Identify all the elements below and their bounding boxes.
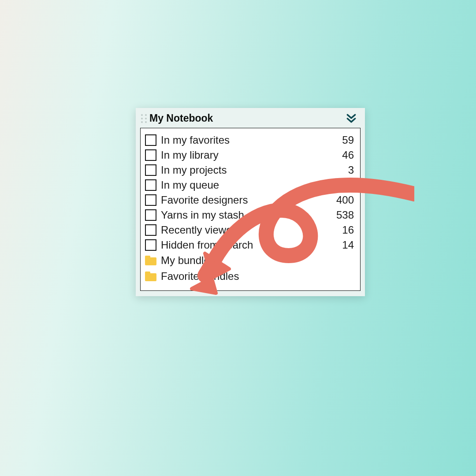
- folder-label: Favorite bundles: [161, 270, 354, 283]
- filter-row-favorites[interactable]: In my favorites 59: [145, 133, 354, 148]
- folder-icon: [145, 271, 156, 281]
- folder-icon: [145, 256, 156, 265]
- filter-label: In my projects: [161, 164, 327, 176]
- filter-count: 46: [327, 149, 354, 161]
- filter-row-hidden-from-search[interactable]: Hidden from search 14: [145, 238, 354, 253]
- filter-label: Favorite designers: [161, 194, 327, 206]
- drag-handle-icon[interactable]: [141, 114, 147, 123]
- collapse-chevron-icon[interactable]: [346, 113, 357, 124]
- my-notebook-panel: My Notebook In my favorites 59 In my lib…: [136, 108, 365, 296]
- filter-count: 59: [327, 134, 354, 146]
- filter-row-yarns-stash[interactable]: Yarns in my stash 538: [145, 208, 354, 223]
- background: My Notebook In my favorites 59 In my lib…: [0, 0, 476, 476]
- header-left: My Notebook: [141, 112, 213, 124]
- folder-row-my-bundles[interactable]: My bundles: [145, 253, 354, 268]
- checkbox[interactable]: [145, 149, 156, 161]
- panel-body: In my favorites 59 In my library 46 In m…: [140, 128, 361, 291]
- checkbox[interactable]: [145, 179, 156, 191]
- panel-title: My Notebook: [149, 112, 213, 124]
- checkbox[interactable]: [145, 134, 156, 146]
- panel-header: My Notebook: [136, 108, 365, 128]
- filter-row-favorite-designers[interactable]: Favorite designers 400: [145, 193, 354, 208]
- filter-label: In my queue: [161, 179, 327, 191]
- filter-label: In my library: [161, 149, 327, 161]
- folder-label: My bundles: [161, 254, 354, 267]
- checkbox[interactable]: [145, 239, 156, 251]
- checkbox[interactable]: [145, 164, 156, 176]
- filter-row-library[interactable]: In my library 46: [145, 148, 354, 163]
- filter-row-recently-viewed[interactable]: Recently viewed 16: [145, 223, 354, 238]
- filter-label: Hidden from search: [161, 239, 327, 251]
- checkbox[interactable]: [145, 194, 156, 206]
- filter-count: 3: [327, 164, 354, 176]
- filter-label: Yarns in my stash: [161, 209, 327, 221]
- checkbox[interactable]: [145, 224, 156, 236]
- filter-count: 400: [327, 194, 354, 206]
- filter-label: Recently viewed: [161, 224, 327, 236]
- filter-count: 16: [327, 224, 354, 236]
- filter-label: In my favorites: [161, 134, 327, 146]
- checkbox[interactable]: [145, 209, 156, 221]
- folder-row-favorite-bundles[interactable]: Favorite bundles: [145, 268, 354, 284]
- filter-count: 14: [327, 239, 354, 251]
- filter-count: 538: [327, 209, 354, 221]
- filter-row-projects[interactable]: In my projects 3: [145, 163, 354, 178]
- filter-row-queue[interactable]: In my queue: [145, 178, 354, 193]
